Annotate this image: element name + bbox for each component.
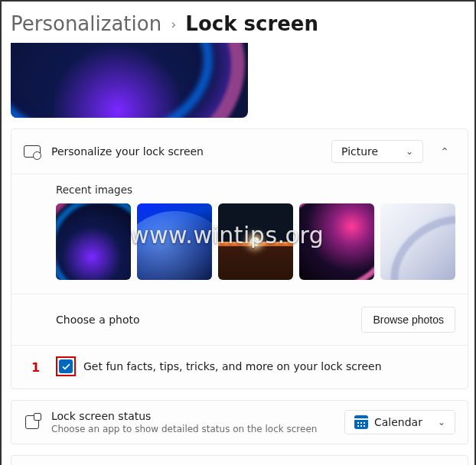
chevron-right-icon: › <box>171 16 176 32</box>
browse-photos-button[interactable]: Browse photos <box>361 307 455 333</box>
personalize-row[interactable]: Personalize your lock screen Picture ⌄ ⌃ <box>11 129 468 174</box>
lockscreen-icon <box>24 143 41 160</box>
chevron-down-icon: ⌄ <box>406 146 413 157</box>
recent-image-thumb[interactable] <box>56 203 131 280</box>
personalize-label: Personalize your lock screen <box>51 145 321 158</box>
recent-image-thumb[interactable] <box>299 203 374 280</box>
recent-images-title: Recent images <box>56 184 455 196</box>
fun-facts-row[interactable]: 1 Get fun facts, tips, tricks, and more … <box>11 345 468 389</box>
check-icon <box>61 362 71 372</box>
status-icon <box>24 414 41 431</box>
recent-images-row <box>56 203 455 280</box>
breadcrumb-current: Lock screen <box>185 12 318 35</box>
calendar-icon <box>354 415 368 429</box>
choose-photo-row: Choose a photo Browse photos <box>11 294 468 345</box>
lockscreen-status-card: Lock screen status Choose an app to show… <box>11 400 468 444</box>
lockscreen-status-title: Lock screen status <box>51 410 334 422</box>
lockscreen-status-row[interactable]: Lock screen status Choose an app to show… <box>11 401 468 444</box>
signin-picture-row: Show the lock screen background picture … <box>11 456 468 465</box>
annotation-marker-1: 1 <box>31 360 40 375</box>
recent-images-section: Recent images <box>11 174 468 294</box>
lockscreen-preview-image <box>11 43 248 118</box>
recent-image-thumb[interactable] <box>218 203 293 280</box>
personalize-mode-value: Picture <box>341 145 378 158</box>
status-app-select[interactable]: Calendar ⌄ <box>344 410 455 434</box>
fun-facts-label: Get fun facts, tips, tricks, and more on… <box>83 360 382 372</box>
breadcrumb-parent[interactable]: Personalization <box>11 12 161 35</box>
breadcrumb: Personalization › Lock screen <box>6 8 474 43</box>
signin-picture-card: Show the lock screen background picture … <box>11 455 468 465</box>
annotation-highlight-1 <box>56 356 76 376</box>
status-app-value: Calendar <box>374 416 422 428</box>
chevron-down-icon: ⌄ <box>438 417 445 428</box>
fun-facts-checkbox[interactable] <box>59 359 73 373</box>
choose-photo-label: Choose a photo <box>56 314 140 326</box>
chevron-up-icon[interactable]: ⌃ <box>434 145 455 158</box>
lockscreen-status-subtitle: Choose an app to show detailed status on… <box>51 424 334 434</box>
personalize-mode-select[interactable]: Picture ⌄ <box>331 140 423 163</box>
recent-image-thumb[interactable] <box>137 203 212 280</box>
recent-image-thumb[interactable] <box>380 203 455 280</box>
personalize-card: Personalize your lock screen Picture ⌄ ⌃… <box>11 128 468 389</box>
